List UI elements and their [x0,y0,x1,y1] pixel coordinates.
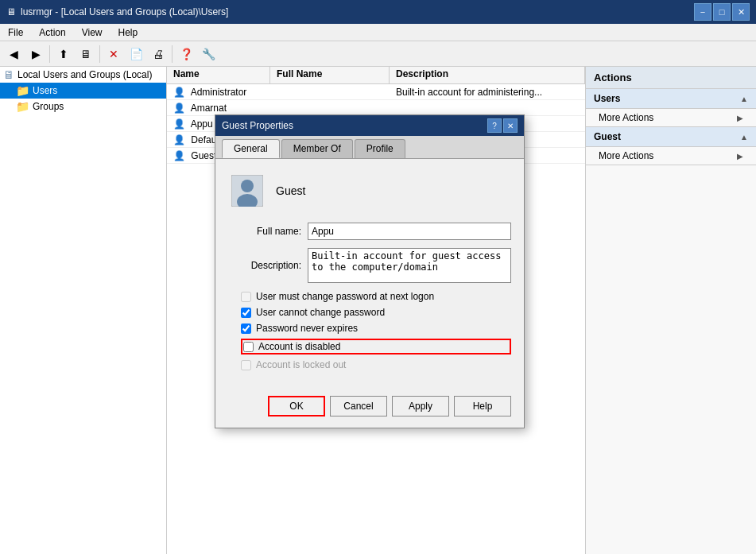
ok-button[interactable]: OK [268,396,325,416]
title-bar-left: 🖥 lusrmgr - [Local Users and Groups (Loc… [6,6,228,17]
checkbox-cannot-change-label: User cannot change password [256,307,385,318]
app-icon: 🖥 [6,6,16,17]
cell-desc: Built-in account for administering... [390,86,585,99]
cell-name: 👤 Administrator [167,86,270,99]
dialog-buttons: OK Cancel Apply Help [215,388,524,428]
user-icon: 👤 [173,103,185,114]
checkbox-disabled: Account is disabled [241,339,511,354]
title-bar: 🖥 lusrmgr - [Local Users and Groups (Loc… [0,0,756,24]
tab-general[interactable]: General [222,139,280,158]
actions-section-users-header: Users ▲ [586,89,756,109]
description-label: Description: [228,260,308,271]
checkbox-must-change: User must change password at next logon [241,291,511,302]
checkbox-disabled-input[interactable] [243,342,254,352]
menu-help[interactable]: Help [110,25,146,40]
description-input[interactable]: Built-in account for guest access to the… [308,248,511,283]
tab-bar: General Member Of Profile [215,136,524,159]
toolbar-forward[interactable]: ▶ [25,44,46,64]
window-title: lusrmgr - [Local Users and Groups (Local… [21,6,228,17]
checkbox-cannot-change-input[interactable] [241,308,251,318]
tab-profile[interactable]: Profile [355,139,405,158]
maximize-button[interactable]: □ [713,3,731,21]
dialog-help-button[interactable]: ? [487,118,502,133]
menu-action[interactable]: Action [31,25,73,40]
checkbox-locked-out: Account is locked out [241,359,511,370]
actions-section-guest-header: Guest ▲ [586,127,756,147]
tree-panel: 🖥 Local Users and Groups (Local) 📁 Users… [0,67,167,554]
section-collapse-icon-2: ▲ [740,133,748,141]
full-name-label: Full name: [228,226,308,237]
checkbox-never-expires-label: Password never expires [256,323,358,334]
tree-root[interactable]: 🖥 Local Users and Groups (Local) [0,67,166,83]
description-row: Description: Built-in account for guest … [228,248,511,283]
svg-point-1 [241,180,254,192]
actions-panel-header: Actions [586,67,756,89]
user-icon-row: Guest [228,172,511,210]
toolbar-back[interactable]: ◀ [3,44,24,64]
toolbar-sep-3 [172,45,173,63]
tree-item-groups-label: Groups [33,101,64,112]
dialog-content: Guest Full name: Description: Built-in a… [215,159,524,388]
user-icon: 👤 [173,134,185,145]
user-icon: 👤 [173,87,185,98]
list-item[interactable]: 👤 Amarnat [167,100,585,116]
toolbar-sep-2 [99,45,100,63]
actions-item-guest-more[interactable]: More Actions ▶ [586,147,756,165]
toolbar-delete[interactable]: ✕ [103,44,124,64]
menu-file[interactable]: File [0,25,31,40]
checkbox-cannot-change: User cannot change password [241,307,511,318]
toolbar-up[interactable]: ⬆ [53,44,74,64]
close-button[interactable]: ✕ [732,3,750,21]
section-collapse-icon: ▲ [740,95,748,103]
toolbar-properties[interactable]: 📄 [126,44,146,64]
title-bar-controls: − □ ✕ [694,3,750,21]
col-header-desc: Description [390,67,585,83]
dialog-close-button[interactable]: ✕ [503,118,518,133]
full-name-row: Full name: [228,223,511,240]
toolbar-print[interactable]: 🖨 [148,44,169,64]
cancel-button[interactable]: Cancel [330,396,387,416]
menu-view[interactable]: View [74,25,110,40]
checkbox-locked-out-label: Account is locked out [256,359,346,370]
tree-item-groups[interactable]: 📁 Groups [0,99,166,114]
checkbox-disabled-label: Account is disabled [258,341,340,352]
actions-section-users: Users ▲ More Actions ▶ [586,89,756,127]
folder-icon: 📁 [16,84,29,97]
actions-item-users-more[interactable]: More Actions ▶ [586,109,756,126]
cell-desc [390,107,585,109]
dialog-title: Guest Properties [222,120,293,131]
more-actions-arrow: ▶ [737,114,743,122]
toolbar-show-desktop[interactable]: 🖥 [76,44,96,64]
dialog-title-controls: ? ✕ [487,118,518,133]
user-icon: 👤 [173,150,185,161]
cell-fullname [270,107,390,109]
tree-root-label: Local Users and Groups (Local) [17,69,152,80]
checkbox-never-expires-input[interactable] [241,323,251,334]
list-item[interactable]: 👤 Administrator Built-in account for adm… [167,84,585,100]
col-header-name: Name [167,67,270,83]
minimize-button[interactable]: − [694,3,711,21]
dialog-titlebar: Guest Properties ? ✕ [215,115,524,136]
tab-member-of[interactable]: Member Of [281,139,353,158]
tree-item-users[interactable]: 📁 Users [0,83,166,99]
checkbox-must-change-label: User must change password at next logon [256,291,434,302]
dialog-username: Guest [276,184,305,197]
cell-fullname [270,91,390,93]
apply-button[interactable]: Apply [392,396,449,416]
toolbar-sep-1 [49,45,50,63]
help-button[interactable]: Help [454,396,511,416]
checkbox-locked-out-input[interactable] [241,360,251,370]
checkbox-must-change-input[interactable] [241,292,251,302]
actions-panel: Actions Users ▲ More Actions ▶ Guest ▲ M… [585,67,756,554]
toolbar-settings[interactable]: 🔧 [198,44,219,64]
tree-item-users-label: Users [33,85,57,96]
guest-properties-dialog: Guest Properties ? ✕ General Member Of P… [215,114,525,428]
user-avatar-icon [228,172,266,210]
toolbar-help[interactable]: ❓ [176,44,196,64]
list-header: Name Full Name Description [167,67,585,84]
checkbox-never-expires: Password never expires [241,323,511,334]
svg-point-2 [237,194,258,207]
actions-section-guest: Guest ▲ More Actions ▶ [586,127,756,165]
full-name-input[interactable] [308,223,511,240]
col-header-fullname: Full Name [270,67,390,83]
